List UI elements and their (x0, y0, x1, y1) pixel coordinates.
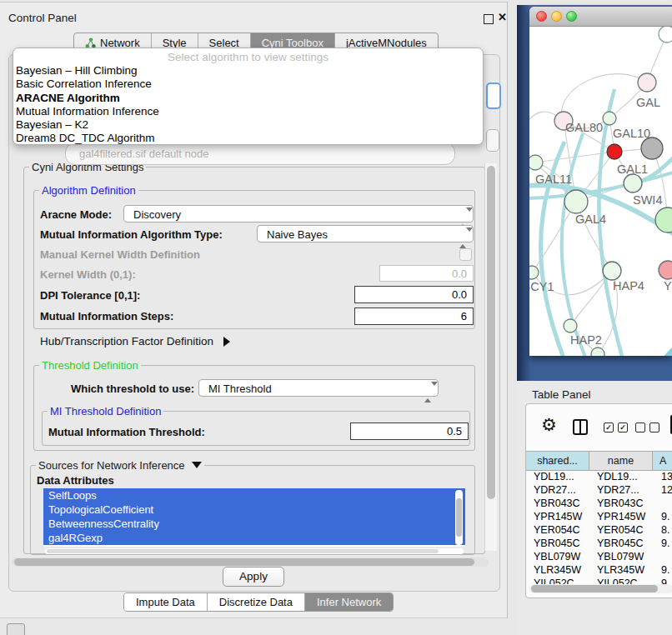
hub-definition-expander[interactable]: Hub/Transcription Factor Definition (40, 335, 230, 348)
screen: Control Panel ✕ Network Style (0, 0, 672, 635)
dpi-tolerance-label: DPI Tolerance [0,1]: (40, 289, 140, 302)
node-gcy1[interactable] (529, 266, 539, 279)
node-label: HAP4 (613, 279, 644, 292)
mi-algorithm-type-select[interactable]: Naive Bayes (257, 225, 474, 242)
settings-vertical-scrollbar[interactable] (484, 163, 497, 551)
unchecked-checkbox-icon[interactable] (635, 422, 645, 432)
table-row[interactable]: YDR27...YDR27...12 (526, 483, 672, 497)
data-table-combobox[interactable]: gal4filtered.sif default node (65, 142, 455, 165)
columns-icon[interactable] (573, 419, 588, 435)
tab-discretize-data[interactable]: Discretize Data (208, 593, 305, 611)
menu-item-selected[interactable]: ARACNE Algorithm (13, 92, 483, 105)
table-cell (653, 497, 672, 510)
mi-algorithm-type-label: Mutual Information Algorithm Type: (40, 228, 223, 241)
network-window-titlebar[interactable] (529, 7, 672, 27)
node-top-partial[interactable] (659, 27, 672, 42)
table-cell: 8. (653, 523, 672, 537)
network-edge[interactable] (644, 333, 672, 356)
float-window-icon[interactable] (484, 14, 494, 24)
sources-title-text: Sources for Network Inference (38, 459, 185, 472)
mi-steps-label: Mutual Information Steps: (40, 310, 173, 322)
node-right-green[interactable] (655, 208, 672, 232)
column-header-partial[interactable]: A (653, 452, 672, 470)
list-item[interactable]: TopologicalCoefficient (43, 502, 465, 517)
node-hap2[interactable] (564, 319, 577, 332)
menu-item[interactable]: Mutual Information Inference (13, 105, 483, 118)
sources-group-title: Sources for Network Inference (36, 459, 204, 472)
column-header-name[interactable]: name (589, 452, 653, 470)
table-horizontal-scrollbar[interactable] (529, 584, 672, 593)
checked-checkbox-icon[interactable]: ✓ (618, 422, 628, 432)
popup-placeholder: Select algorithm to view settings (13, 50, 483, 64)
table-cell: YER054C (589, 523, 653, 537)
mac-minimize-icon[interactable] (551, 11, 562, 22)
manual-kernel-width-label: Manual Kernel Width Definition (40, 248, 200, 261)
node-hap4[interactable] (603, 262, 621, 280)
tab-infer-network[interactable]: Infer Network (305, 593, 393, 611)
menu-item[interactable]: Bayesian – Hill Climbing (13, 64, 483, 78)
menu-item[interactable]: Basic Correlation Inference (13, 78, 483, 91)
network-view-window: GALGAL80GAL10GAL11GAL1SWI4GAL4GCY1HAP4YH… (529, 7, 672, 356)
node-gray[interactable] (641, 138, 663, 159)
list-vertical-scrollbar[interactable] (455, 490, 463, 545)
node-gal11[interactable] (529, 155, 543, 170)
node-gal10[interactable] (603, 112, 616, 125)
node-bottom[interactable] (591, 348, 604, 356)
mac-close-icon[interactable] (536, 11, 547, 22)
node-label: GAL4 (575, 212, 606, 226)
dpi-tolerance-input[interactable]: 0.0 (354, 286, 474, 303)
threshold-definition-title: Threshold Definition (39, 359, 141, 372)
close-icon[interactable]: ✕ (498, 11, 507, 23)
network-edge[interactable] (532, 202, 576, 272)
table-row[interactable]: YBR045CYBR045C9. (526, 537, 672, 550)
aracne-mode-select[interactable]: Discovery (123, 205, 474, 222)
node-right-pink[interactable] (659, 261, 672, 279)
list-item[interactable]: SelfLoops (43, 488, 465, 502)
node-label: GCY1 (529, 280, 554, 293)
data-attributes-list[interactable]: SelfLoops TopologicalCoefficient Between… (43, 488, 465, 547)
collapse-arrow-icon[interactable] (192, 462, 202, 468)
node-gal-top[interactable] (638, 73, 656, 92)
table-row[interactable]: YER054CYER054C8. (526, 523, 672, 537)
node-gal1[interactable] (624, 174, 642, 192)
stepper-icon (424, 383, 432, 401)
unchecked-checkbox-icon[interactable] (649, 422, 659, 432)
table-row[interactable]: YPR145WYPR145W9. (526, 510, 672, 523)
table-row[interactable]: YBR043CYBR043C (526, 497, 672, 510)
table-combobox-fragment[interactable] (486, 129, 499, 152)
apply-button[interactable]: Apply (223, 567, 284, 587)
mi-algorithm-type-value: Naive Bayes (267, 228, 328, 241)
node-red[interactable] (607, 144, 622, 159)
table-panel: Table Panel ⚙ ✓ ✓ shared... name A YDL19… (517, 381, 672, 635)
algorithm-combobox-fragment[interactable] (486, 82, 501, 109)
table-row[interactable]: YBL079WYBL079W (526, 550, 672, 563)
list-item[interactable]: gal4RGexp (43, 531, 465, 545)
mi-threshold-input[interactable]: 0.5 (350, 422, 469, 440)
settings-horizontal-scrollbar[interactable] (12, 558, 489, 567)
which-threshold-value: MI Threshold (208, 382, 272, 395)
mi-steps-input[interactable]: 6 (354, 308, 474, 325)
table-cell: 9. (653, 563, 672, 577)
node-label: HAP2 (570, 333, 602, 347)
table-cell: YDL19... (526, 470, 589, 483)
network-canvas[interactable]: GALGAL80GAL10GAL11GAL1SWI4GAL4GCY1HAP4YH… (529, 27, 672, 356)
table-row[interactable]: YLR345WYLR345W9. (526, 563, 672, 577)
gear-icon[interactable]: ⚙ (541, 416, 557, 433)
table-row[interactable]: YDL19...YDL19...13 (526, 470, 672, 483)
manual-kernel-width-checkbox[interactable] (459, 248, 472, 261)
checked-checkbox-icon[interactable]: ✓ (604, 422, 614, 432)
table-body: YDL19...YDL19...13YDR27...YDR27...12YBR0… (526, 470, 672, 588)
list-item[interactable]: BetweennessCentrality (43, 517, 465, 531)
list-horizontal-scrollbar[interactable] (45, 548, 464, 554)
column-header-shared-name[interactable]: shared... (526, 452, 589, 470)
mac-zoom-icon[interactable] (566, 11, 577, 22)
menu-item[interactable]: Bayesian – K2 (13, 118, 483, 132)
algorithm-dropdown-popup: Select algorithm to view settings Bayesi… (13, 48, 484, 145)
minimized-panel-chip[interactable] (7, 623, 25, 635)
node-gal4[interactable] (564, 190, 588, 213)
menu-item[interactable]: Dream8 DC_TDC Algorithm (13, 132, 483, 145)
which-threshold-select[interactable]: MI Threshold (198, 379, 439, 397)
kernel-width-input[interactable]: 0.0 (379, 265, 474, 282)
table-cell: YDL19... (589, 470, 653, 483)
tab-impute-data[interactable]: Impute Data (124, 593, 208, 611)
